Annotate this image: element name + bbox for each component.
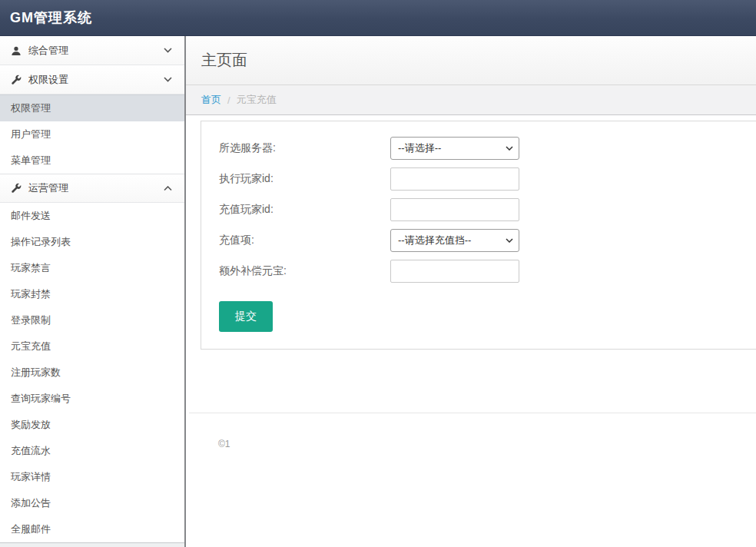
sidebar-group-label: 运营管理 <box>28 181 164 195</box>
top-bar: GM管理系统 <box>0 0 756 36</box>
breadcrumb-home-link[interactable]: 首页 <box>201 93 221 107</box>
form-row-recharge-tier: 充值项: --请选择充值挡-- <box>219 229 756 252</box>
breadcrumb: 首页 / 元宝充值 <box>186 85 756 115</box>
sidebar-item-permission-mgmt[interactable]: 权限管理 <box>0 94 184 121</box>
recharge-player-id-field[interactable] <box>390 198 519 221</box>
recharge-player-id-label: 充值玩家id: <box>219 203 390 217</box>
app-title: GM管理系统 <box>10 8 92 27</box>
sidebar-item-query-player-id[interactable]: 查询玩家编号 <box>0 386 184 412</box>
sidebar-bottom-divider <box>0 542 184 547</box>
sidebar-item-all-server-mail[interactable]: 全服邮件 <box>0 516 184 542</box>
page-footer: ©1 <box>189 413 756 450</box>
page-header: 主页面 <box>186 36 756 85</box>
exec-player-id-field[interactable] <box>390 167 519 191</box>
main-content: 主页面 首页 / 元宝充值 所选服务器: --请选择-- <box>186 36 756 547</box>
sidebar-item-reward-grant[interactable]: 奖励发放 <box>0 412 184 438</box>
sidebar-group-permission-settings[interactable]: 权限设置 <box>0 65 184 94</box>
breadcrumb-separator: / <box>227 94 230 106</box>
sidebar-item-operation-log[interactable]: 操作记录列表 <box>0 229 184 255</box>
page-title: 主页面 <box>201 50 247 71</box>
wrench-icon <box>11 75 22 85</box>
submit-button[interactable]: 提交 <box>219 301 273 332</box>
sidebar-item-add-announcement[interactable]: 添加公告 <box>0 490 184 516</box>
sidebar-item-registered-players[interactable]: 注册玩家数 <box>0 360 184 386</box>
server-label: 所选服务器: <box>219 141 390 155</box>
form-row-extra-yuanbao: 额外补偿元宝: <box>219 260 756 283</box>
recharge-form-panel: 所选服务器: --请选择-- 执行玩家id: 充值玩家id: <box>201 121 756 350</box>
sidebar-group-label: 权限设置 <box>28 73 164 87</box>
server-select-value: --请选择-- <box>398 141 441 155</box>
copyright-text: ©1 <box>218 439 230 449</box>
extra-yuanbao-field[interactable] <box>390 260 519 283</box>
user-icon <box>11 45 22 56</box>
sidebar-group-label: 综合管理 <box>28 44 164 58</box>
main-layout: 综合管理 权限设置 权限管理 用户管理 菜单管理 运营管理 <box>0 36 756 547</box>
sidebar-item-player-detail[interactable]: 玩家详情 <box>0 464 184 490</box>
chevron-up-icon <box>164 186 172 191</box>
recharge-tier-select[interactable]: --请选择充值挡-- <box>390 229 519 252</box>
sidebar-item-menu-mgmt[interactable]: 菜单管理 <box>0 148 184 174</box>
extra-yuanbao-label: 额外补偿元宝: <box>219 264 390 278</box>
wrench-icon <box>11 183 22 194</box>
chevron-down-icon <box>506 238 513 243</box>
sidebar-item-player-mute[interactable]: 玩家禁言 <box>0 255 184 281</box>
recharge-tier-select-value: --请选择充值挡-- <box>398 234 471 247</box>
sidebar-group-general-mgmt[interactable]: 综合管理 <box>0 36 184 65</box>
recharge-tier-label: 充值项: <box>219 234 390 247</box>
chevron-down-icon <box>164 48 172 53</box>
form-row-exec-player: 执行玩家id: <box>219 167 756 191</box>
exec-player-id-label: 执行玩家id: <box>219 172 390 186</box>
sidebar-item-mail-send[interactable]: 邮件发送 <box>0 203 184 229</box>
chevron-down-icon <box>164 77 172 82</box>
sidebar-item-recharge-records[interactable]: 充值流水 <box>0 438 184 464</box>
form-row-server: 所选服务器: --请选择-- <box>219 137 756 160</box>
chevron-down-icon <box>506 146 513 151</box>
sidebar: 综合管理 权限设置 权限管理 用户管理 菜单管理 运营管理 <box>0 36 186 547</box>
sidebar-item-login-limit[interactable]: 登录限制 <box>0 307 184 333</box>
sidebar-item-player-ban[interactable]: 玩家封禁 <box>0 281 184 307</box>
breadcrumb-current: 元宝充值 <box>237 93 277 107</box>
content-area: 所选服务器: --请选择-- 执行玩家id: 充值玩家id: <box>186 115 756 547</box>
sidebar-item-yuanbao-recharge[interactable]: 元宝充值 <box>0 333 184 360</box>
server-select[interactable]: --请选择-- <box>390 137 519 160</box>
sidebar-item-user-mgmt[interactable]: 用户管理 <box>0 121 184 148</box>
form-row-recharge-player: 充值玩家id: <box>219 198 756 221</box>
sidebar-group-operation-mgmt[interactable]: 运营管理 <box>0 174 184 203</box>
